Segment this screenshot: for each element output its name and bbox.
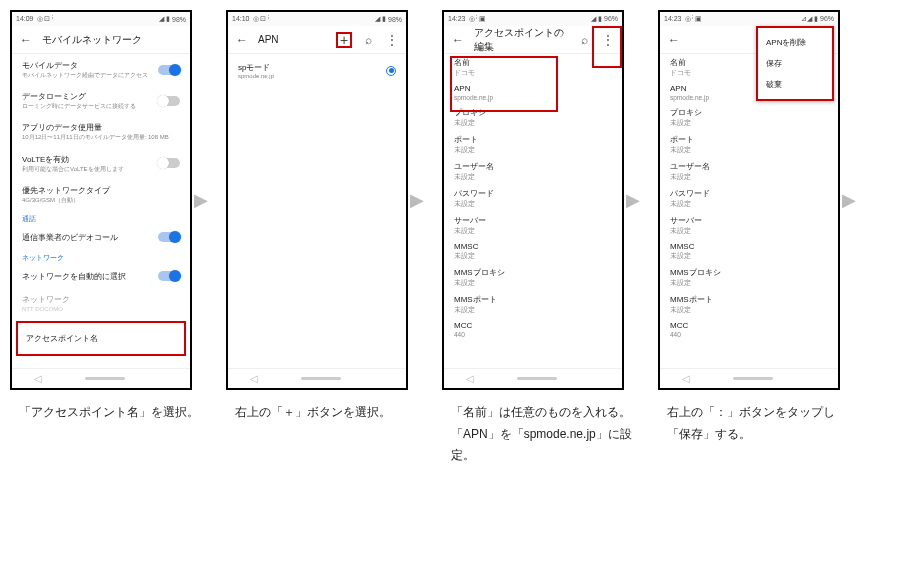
apn-field-名前[interactable]: 名前ドコモ bbox=[444, 54, 622, 81]
apn-field-パスワード[interactable]: パスワード未設定 bbox=[444, 185, 622, 212]
apn-field-mmsc[interactable]: MMSC未設定 bbox=[444, 239, 622, 264]
phone-screen-2: 14:10◎ ⊡ ⁱ ◢ ▮98% ← APN + ⌕ ⋮ spモードspmod… bbox=[226, 10, 408, 390]
apn-edit-form: 名前ドコモAPNspmode.ne.jpプロキシ未設定ポート未設定ユーザー名未設… bbox=[660, 54, 838, 368]
status-bar: 14:09◎ ⊡ ⁱ ◢ ▮98% bbox=[12, 12, 190, 26]
apn-field-プロキシ[interactable]: プロキシ未設定 bbox=[660, 104, 838, 131]
network-name-row: ネットワークNTT DOCOMO bbox=[12, 288, 190, 319]
search-icon[interactable]: ⌕ bbox=[576, 32, 592, 48]
nav-back-icon[interactable]: ◁ bbox=[34, 373, 42, 384]
step-arrow-icon: ▶ bbox=[624, 189, 642, 211]
settings-list: モバイルデータモバイルネットワーク経由でデータにアクセス データローミングローミ… bbox=[12, 54, 190, 368]
carrier-video-row[interactable]: 通信事業者のビデオコール bbox=[12, 226, 190, 249]
apn-list-item[interactable]: spモードspmode.ne.jp bbox=[228, 54, 406, 87]
apn-field-パスワード[interactable]: パスワード未設定 bbox=[660, 185, 838, 212]
apn-field-mmsポート[interactable]: MMSポート未設定 bbox=[444, 291, 622, 318]
back-icon[interactable]: ← bbox=[666, 32, 682, 48]
caption-4: 右上の「：」ボタンをタップし「保存」する。 bbox=[667, 402, 849, 445]
auto-select-row[interactable]: ネットワークを自動的に選択 bbox=[12, 265, 190, 288]
page-title: アクセスポイントの編集 bbox=[474, 26, 568, 54]
phone-screen-4: 14:23◎ ⁱ ▣ ⊿◢ ▮ 96% ← アクセスポイントの編集 名前ドコモA… bbox=[658, 10, 840, 390]
apn-field-mmsプロキシ[interactable]: MMSプロキシ未設定 bbox=[444, 264, 622, 291]
status-bar: 14:23◎ ⁱ ▣ ◢ ▮ 96% bbox=[444, 12, 622, 26]
page-title: APN bbox=[258, 34, 328, 45]
volte-row[interactable]: VoLTEを有効利用可能な場合にVoLTEを使用します bbox=[12, 148, 190, 179]
menu-discard[interactable]: 破棄 bbox=[758, 74, 832, 95]
overflow-menu: APNを削除 保存 破棄 bbox=[756, 26, 834, 101]
data-roaming-row[interactable]: データローミングローミング時にデータサービスに接続する bbox=[12, 85, 190, 116]
apn-field-ユーザー名[interactable]: ユーザー名未設定 bbox=[660, 158, 838, 185]
overflow-icon[interactable]: ⋮ bbox=[600, 32, 616, 48]
page-title: モバイルネットワーク bbox=[42, 33, 184, 47]
apn-field-ユーザー名[interactable]: ユーザー名未設定 bbox=[444, 158, 622, 185]
step-arrow-icon: ▶ bbox=[192, 189, 210, 211]
apn-radio[interactable] bbox=[386, 66, 396, 76]
app-bar: ← APN + ⌕ ⋮ bbox=[228, 26, 406, 54]
preferred-network-row[interactable]: 優先ネットワークタイプ4G/3G/GSM（自動） bbox=[12, 179, 190, 210]
status-bar: 14:23◎ ⁱ ▣ ⊿◢ ▮ 96% bbox=[660, 12, 838, 26]
clock: 14:09 bbox=[16, 15, 34, 23]
phone-screen-3: 14:23◎ ⁱ ▣ ◢ ▮ 96% ← アクセスポイントの編集 ⌕ ⋮ 名前ド… bbox=[442, 10, 624, 390]
search-icon[interactable]: ⌕ bbox=[360, 32, 376, 48]
apn-field-プロキシ[interactable]: プロキシ未設定 bbox=[444, 104, 622, 131]
apn-field-mcc[interactable]: MCC440 bbox=[444, 318, 622, 341]
data-usage-row[interactable]: アプリのデータ使用量10月12日〜11月11日のモバイルデータ使用量: 108 … bbox=[12, 116, 190, 147]
clock: 14:10 bbox=[232, 15, 250, 23]
caption-2: 右上の「＋」ボタンを選択。 bbox=[235, 402, 417, 424]
caption-3: 「名前」は任意のものを入れる。「APN」を「spmode.ne.jp」に設定。 bbox=[451, 402, 633, 467]
mobile-data-row[interactable]: モバイルデータモバイルネットワーク経由でデータにアクセス bbox=[12, 54, 190, 85]
clock: 14:23 bbox=[664, 15, 682, 23]
step-arrow-icon: ▶ bbox=[408, 189, 426, 211]
apn-field-apn[interactable]: APNspmode.ne.jp bbox=[444, 81, 622, 104]
apn-field-mmsポート[interactable]: MMSポート未設定 bbox=[660, 291, 838, 318]
apn-field-mmsプロキシ[interactable]: MMSプロキシ未設定 bbox=[660, 264, 838, 291]
nav-home-pill[interactable] bbox=[85, 377, 125, 380]
back-icon[interactable]: ← bbox=[234, 32, 250, 48]
clock: 14:23 bbox=[448, 15, 466, 23]
menu-save[interactable]: 保存 bbox=[758, 53, 832, 74]
apn-field-mmsc[interactable]: MMSC未設定 bbox=[660, 239, 838, 264]
apn-row[interactable]: アクセスポイント名 bbox=[16, 321, 186, 356]
apn-field-ポート[interactable]: ポート未設定 bbox=[660, 131, 838, 158]
add-icon[interactable]: + bbox=[336, 32, 352, 48]
step-arrow-icon: ▶ bbox=[840, 189, 858, 211]
status-bar: 14:10◎ ⊡ ⁱ ◢ ▮98% bbox=[228, 12, 406, 26]
overflow-icon[interactable]: ⋮ bbox=[384, 32, 400, 48]
apn-field-ポート[interactable]: ポート未設定 bbox=[444, 131, 622, 158]
apn-field-サーバー[interactable]: サーバー未設定 bbox=[444, 212, 622, 239]
app-bar: ← モバイルネットワーク bbox=[12, 26, 190, 54]
back-icon[interactable]: ← bbox=[450, 32, 466, 48]
app-bar: ← アクセスポイントの編集 ⌕ ⋮ bbox=[444, 26, 622, 54]
mobile-data-switch[interactable] bbox=[158, 65, 180, 75]
menu-delete-apn[interactable]: APNを削除 bbox=[758, 32, 832, 53]
nav-bar: ◁ bbox=[444, 368, 622, 388]
nav-bar: ◁ bbox=[228, 368, 406, 388]
phone-screen-1: 14:09◎ ⊡ ⁱ ◢ ▮98% ← モバイルネットワーク モバイルデータモバ… bbox=[10, 10, 192, 390]
nav-bar: ◁ bbox=[12, 368, 190, 388]
volte-switch[interactable] bbox=[158, 158, 180, 168]
carrier-video-switch[interactable] bbox=[158, 232, 180, 242]
caption-1: 「アクセスポイント名」を選択。 bbox=[19, 402, 201, 424]
apn-field-mcc[interactable]: MCC440 bbox=[660, 318, 838, 341]
section-call: 通話 bbox=[12, 210, 190, 226]
back-icon[interactable]: ← bbox=[18, 32, 34, 48]
nav-bar: ◁ bbox=[660, 368, 838, 388]
roaming-switch[interactable] bbox=[158, 96, 180, 106]
apn-field-サーバー[interactable]: サーバー未設定 bbox=[660, 212, 838, 239]
auto-select-switch[interactable] bbox=[158, 271, 180, 281]
battery-pct: 98% bbox=[172, 16, 186, 23]
apn-edit-form: 名前ドコモAPNspmode.ne.jpプロキシ未設定ポート未設定ユーザー名未設… bbox=[444, 54, 622, 368]
section-network: ネットワーク bbox=[12, 249, 190, 265]
